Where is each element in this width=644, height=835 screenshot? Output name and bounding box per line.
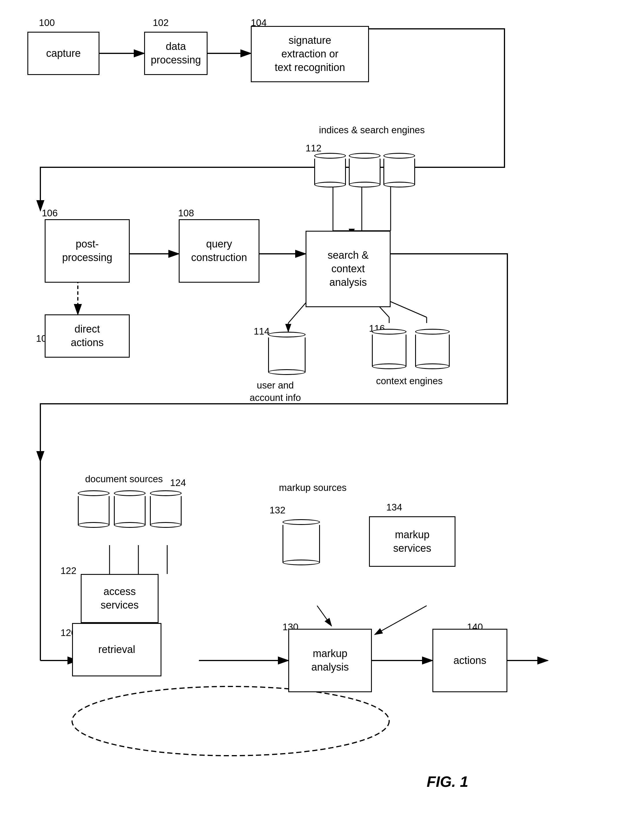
- num-122: 122: [60, 565, 76, 576]
- box-capture: capture: [28, 32, 99, 75]
- label-data-processing: data processing: [151, 40, 201, 67]
- box-query: query construction: [179, 219, 260, 283]
- svg-line-25: [375, 606, 427, 635]
- num-106: 106: [42, 208, 58, 219]
- label-retrieval: retrieval: [98, 643, 135, 656]
- label-access-services: access services: [101, 585, 139, 612]
- num-108: 108: [178, 208, 194, 219]
- box-data-processing: data processing: [144, 32, 208, 75]
- cylinder-context-2: [415, 329, 450, 369]
- cylinder-index-1: [314, 153, 346, 187]
- num-134: 134: [386, 502, 402, 513]
- num-132: 132: [269, 505, 286, 516]
- box-direct-actions: direct actions: [45, 314, 130, 357]
- label-search-context: search & context analysis: [328, 249, 368, 289]
- label-context-engines: context engines: [363, 375, 456, 387]
- cylinder-doc-3: [150, 490, 182, 528]
- label-markup-sources: markup sources: [277, 482, 349, 494]
- num-114: 114: [254, 326, 269, 337]
- cylinder-doc-2: [114, 490, 146, 528]
- box-markup-services: markup services: [369, 516, 456, 567]
- cylinder-user-account: [268, 332, 306, 375]
- label-capture: capture: [46, 47, 81, 60]
- cylinder-doc-1: [78, 490, 110, 528]
- cylinder-markup: [282, 519, 320, 565]
- cylinder-index-3: [383, 153, 415, 187]
- box-signature: signature extraction or text recognition: [251, 26, 369, 82]
- num-124: 124: [170, 478, 186, 488]
- label-direct-actions: direct actions: [71, 322, 104, 349]
- label-signature: signature extraction or text recognition: [275, 34, 345, 74]
- box-post-processing: post- processing: [45, 219, 130, 283]
- label-indices: indices & search engines: [311, 124, 432, 136]
- label-post-processing: post- processing: [62, 237, 112, 265]
- label-query: query construction: [191, 237, 247, 265]
- label-document-sources: document sources: [66, 473, 182, 486]
- num-102: 102: [153, 17, 169, 28]
- num-100: 100: [39, 17, 55, 28]
- svg-point-26: [72, 686, 389, 756]
- box-search-context: search & context analysis: [306, 231, 391, 307]
- box-actions: actions: [432, 629, 507, 692]
- box-access-services: access services: [81, 574, 159, 623]
- label-markup-analysis: markup analysis: [311, 647, 349, 674]
- fig-label: FIG. 1: [427, 773, 468, 790]
- label-actions: actions: [453, 654, 486, 668]
- cylinder-index-2: [349, 153, 381, 187]
- label-user-account: user and account info: [242, 379, 308, 404]
- cylinder-context-1: [372, 329, 406, 369]
- box-markup-analysis: markup analysis: [288, 629, 372, 692]
- diagram: 100 capture 102 data processing 104 sign…: [0, 0, 644, 835]
- box-retrieval: retrieval: [72, 623, 161, 676]
- svg-line-24: [317, 606, 331, 626]
- num-112: 112: [306, 143, 321, 154]
- label-markup-services: markup services: [393, 528, 431, 555]
